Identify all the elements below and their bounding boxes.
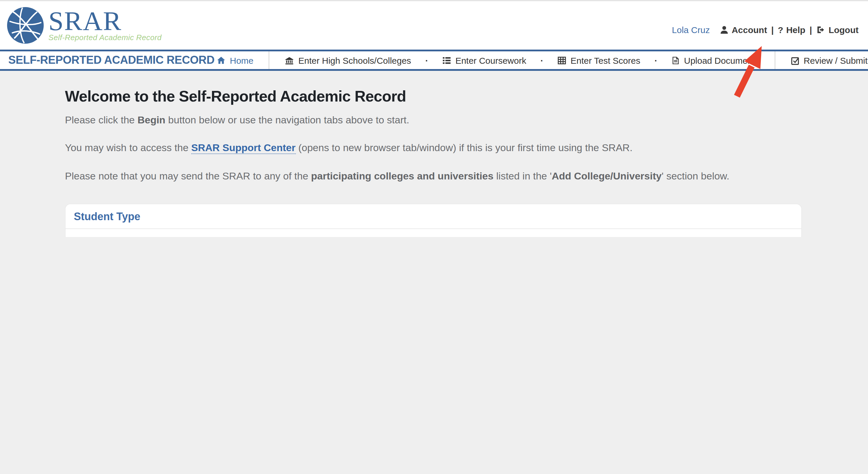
- home-icon: [217, 56, 225, 65]
- srar-support-center-link[interactable]: SRAR Support Center: [191, 143, 296, 154]
- support-paragraph: You may wish to access the SRAR Support …: [65, 142, 802, 155]
- nav-divider: [775, 51, 775, 69]
- brand-logo[interactable]: SRAR Self-Reported Academic Record: [5, 5, 162, 46]
- logout-link[interactable]: Logout: [816, 25, 859, 35]
- check-square-icon: [790, 56, 800, 65]
- help-icon: ?: [778, 25, 783, 35]
- tab-upload-documents[interactable]: Upload Documents: [669, 55, 762, 65]
- student-type-header: Student Type: [66, 204, 801, 229]
- tab-home[interactable]: Home: [214, 55, 256, 65]
- tab-upload-documents-label: Upload Documents: [684, 55, 760, 65]
- srar-globe-icon: [5, 5, 46, 46]
- separator: |: [810, 25, 812, 35]
- account-label: Account: [732, 25, 767, 35]
- logout-icon: [816, 25, 826, 34]
- institution-icon: [285, 56, 294, 65]
- tab-home-label: Home: [230, 55, 253, 65]
- participating-paragraph: Please note that you may send the SRAR t…: [65, 170, 802, 182]
- header: SRAR Self-Reported Academic Record Lola …: [0, 0, 868, 50]
- nav-dot: ·: [540, 55, 543, 65]
- table-icon: [557, 56, 566, 65]
- brand-tagline: Self-Reported Academic Record: [49, 33, 162, 41]
- tab-enter-test-scores-label: Enter Test Scores: [570, 55, 640, 65]
- brand-name: SRAR: [49, 7, 162, 35]
- navbar-title: SELF-REPORTED ACADEMIC RECORD: [8, 54, 214, 67]
- navbar: SELF-REPORTED ACADEMIC RECORD Home Ent: [0, 50, 868, 71]
- student-type-title: Student Type: [74, 211, 140, 223]
- page-title: Welcome to the Self-Reported Academic Re…: [65, 87, 802, 106]
- nav-dot: ·: [655, 55, 657, 65]
- account-link[interactable]: Account: [720, 25, 767, 35]
- student-type-intro: I am completing the SRAR as a:: [74, 237, 793, 237]
- brand-text: SRAR Self-Reported Academic Record: [49, 10, 162, 41]
- intro-paragraph: Please click the Begin button below or u…: [65, 114, 802, 127]
- nav-tabs: Home Enter High Schools/Colleges ·: [214, 51, 868, 69]
- document-icon: [672, 56, 680, 65]
- tab-enter-test-scores[interactable]: Enter Test Scores: [555, 55, 643, 65]
- logout-label: Logout: [829, 25, 859, 35]
- nav-dot: ·: [425, 55, 428, 65]
- page: SRAR Self-Reported Academic Record Lola …: [0, 0, 868, 237]
- tab-enter-coursework-label: Enter Coursework: [455, 55, 526, 65]
- tab-review-submit[interactable]: Review / Submit: [788, 55, 868, 65]
- account-bar: Lola Cruz Account | ? Help | Logout: [672, 16, 859, 35]
- main-content: Welcome to the Self-Reported Academic Re…: [0, 71, 802, 237]
- user-name-link[interactable]: Lola Cruz: [672, 25, 710, 35]
- help-label: Help: [786, 25, 805, 35]
- help-link[interactable]: ? Help: [778, 25, 805, 35]
- tab-enter-high-schools-label: Enter High Schools/Colleges: [299, 55, 411, 65]
- tab-review-submit-label: Review / Submit: [804, 55, 868, 65]
- separator: |: [771, 25, 774, 35]
- list-icon: [442, 56, 451, 65]
- tab-enter-high-schools[interactable]: Enter High Schools/Colleges: [283, 55, 414, 65]
- student-type-card: Student Type I am completing the SRAR as…: [65, 204, 802, 237]
- nav-divider: [269, 51, 270, 69]
- tab-enter-coursework[interactable]: Enter Coursework: [440, 55, 528, 65]
- student-type-body: I am completing the SRAR as a: Undergrad…: [66, 229, 801, 237]
- person-icon: [720, 25, 728, 34]
